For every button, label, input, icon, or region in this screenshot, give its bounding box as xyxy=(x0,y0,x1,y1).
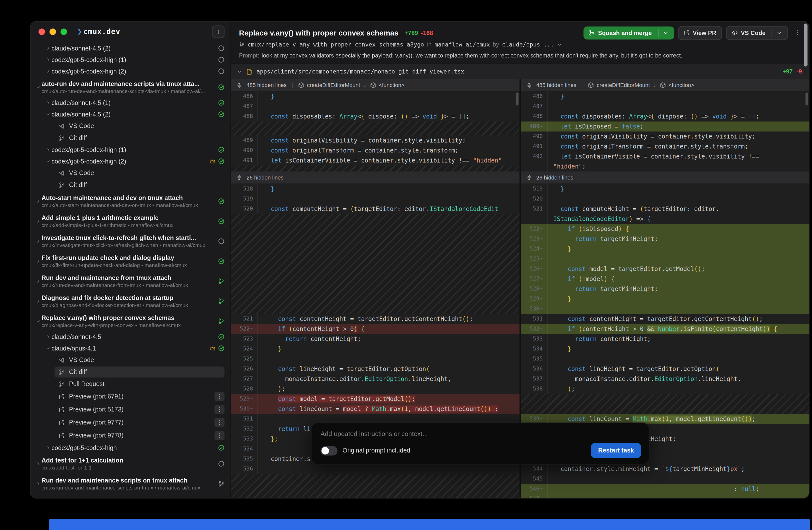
chevron-right-icon[interactable] xyxy=(35,239,41,243)
pane-scrollbar-thumb[interactable] xyxy=(516,92,518,105)
sidebar-item-claude-sonnet-4-5-2[interactable]: claude/sonnet-4.5 (2) xyxy=(30,109,231,120)
close-window-button[interactable] xyxy=(39,28,45,35)
zoom-window-button[interactable] xyxy=(60,28,67,35)
preview-menu-button[interactable] xyxy=(215,405,224,414)
diff-line-523[interactable]: 523 return contentHeight; xyxy=(231,334,519,344)
sidebar-item-vs-code[interactable]: VS Code xyxy=(30,167,231,179)
diff-line-536[interactable]: 536 xyxy=(231,464,519,474)
diff-line-491[interactable]: 491 let isContainerVisible = container.s… xyxy=(231,156,519,166)
chevron-right-icon[interactable] xyxy=(35,461,41,466)
hidden-lines-bar[interactable]: 26 hidden lines xyxy=(521,172,809,184)
diff-line-486[interactable]: 486 } xyxy=(521,91,809,101)
diff-line-528+[interactable]: 528+ return targetMinHeight; xyxy=(521,284,809,294)
sidebar-item-run-dev-and-maintenance-from-tmux-attach[interactable]: Run dev and maintenance from tmux attach… xyxy=(30,271,231,291)
diff-line-489+[interactable]: 489+ let isDisposed = false; xyxy=(521,121,809,131)
squash-and-merge-button[interactable]: Squash and merge xyxy=(583,26,674,39)
sidebar-item-vs-code[interactable]: VS Code xyxy=(30,120,231,132)
diff-line-518[interactable]: 518 } xyxy=(231,184,519,194)
diff-line-531[interactable]: 531 const contentHeight = targetEditor.g… xyxy=(521,314,809,324)
diff-line-488[interactable]: 488 const disposables: Array<{ dispose: … xyxy=(231,112,519,121)
diff-line-wrap[interactable]: "hidden"; xyxy=(521,161,809,172)
diff-line-527+[interactable]: 527+ if (!model) { xyxy=(521,274,809,284)
diff-line-526[interactable]: 526 const lineHeight = targetEditor.getO… xyxy=(231,364,519,374)
diff-line-536[interactable]: 536 const lineHeight = targetEditor.getO… xyxy=(521,364,809,374)
chevron-right-icon[interactable] xyxy=(45,147,51,152)
sidebar-item-auto-start-maintenance-and-dev-on-tmux-a[interactable]: Auto-start maintenance and dev on tmux a… xyxy=(30,191,231,211)
diff-line-535[interactable]: 535 xyxy=(521,354,809,364)
preview-menu-button[interactable] xyxy=(215,418,224,427)
diff-line-521[interactable]: 521 const computeHeight = (targetEditor:… xyxy=(521,204,809,214)
diff-line-529+[interactable]: 529+ } xyxy=(521,294,809,304)
chevron-right-icon[interactable] xyxy=(45,100,51,105)
diff-line-544[interactable]: 544 container.style.minHeight = `${targe… xyxy=(521,464,809,474)
sidebar-item-codex-gpt-5-codex-high-1[interactable]: codex/gpt-5-codex-high (1) xyxy=(30,144,231,156)
chevron-right-icon[interactable] xyxy=(35,279,41,283)
diff-line-522−[interactable]: 522− if (contentHeight > 0) { xyxy=(231,324,519,334)
sidebar-item-auto-run-dev-and-maintenance-scripts-via[interactable]: auto-run dev and maintenance scripts via… xyxy=(30,77,231,97)
diff-line-538[interactable]: 538 ); xyxy=(521,384,809,394)
chevron-right-icon[interactable] xyxy=(35,199,41,203)
new-task-button[interactable]: + xyxy=(212,25,224,38)
diff-line-492[interactable]: 492 let isContainerVisible = container.s… xyxy=(521,152,809,161)
diff-line-524+[interactable]: 524+ } xyxy=(521,244,809,254)
diff-line-528[interactable]: 528 ); xyxy=(231,384,519,394)
header-overflow-menu-button[interactable] xyxy=(792,26,802,39)
diff-line-545[interactable]: 545 xyxy=(521,474,809,484)
sidebar-item-claude-sonnet-4-5[interactable]: claude/sonnet-4.5 xyxy=(30,331,231,343)
diff-line-534[interactable]: 534 } xyxy=(521,344,809,354)
unfold-icon[interactable] xyxy=(526,174,532,181)
chevron-right-icon[interactable] xyxy=(45,57,51,62)
diff-line-486[interactable]: 486 } xyxy=(231,91,519,101)
repo-name[interactable]: manaflow-ai/cmux xyxy=(435,41,490,48)
chevron-right-icon[interactable] xyxy=(45,69,51,73)
hidden-lines-bar[interactable]: 26 hidden lines xyxy=(231,172,519,184)
hidden-lines-bar[interactable]: 485 hidden lines|createDiffEditorMount›<… xyxy=(231,79,519,91)
sidebar-item-add-test-for-1-1-calculation[interactable]: Add test for 1+1 calculationcmux/add-tes… xyxy=(30,454,231,473)
chevron-down-icon[interactable] xyxy=(237,69,242,74)
original-prompt-toggle[interactable] xyxy=(320,446,337,455)
sidebar-item-replace-v-any-with-proper-convex-schemas[interactable]: Replace v.any() with proper convex schem… xyxy=(30,311,231,331)
sidebar-item-codex-gpt-5-codex-high-2[interactable]: codex/gpt-5-codex-high (2) xyxy=(30,66,231,77)
sidebar-item-codex-gpt-5-codex-high[interactable]: codex/gpt-5-codex-high xyxy=(30,442,231,454)
sidebar-item-diagnose-and-fix-docker-detection-at-sta[interactable]: Diagnose and fix docker detection at sta… xyxy=(30,291,231,311)
diff-line-546+[interactable]: 546+ : null; xyxy=(521,484,809,494)
diff-line-520[interactable]: 520 const computeHeight = (targetEditor:… xyxy=(231,204,519,214)
preview-menu-button[interactable] xyxy=(215,431,224,440)
chevron-down-icon[interactable] xyxy=(662,29,669,36)
minimize-window-button[interactable] xyxy=(49,28,56,35)
sidebar-item-claude-opus-4-1[interactable]: claude/opus-4.1 xyxy=(30,343,231,354)
sidebar-item-preview-port-9778[interactable]: Preview (port 9778) xyxy=(30,429,231,442)
hidden-lines-bar[interactable]: 485 hidden lines|createDiffEditorMount›<… xyxy=(521,79,809,91)
chevron-right-icon[interactable] xyxy=(35,299,41,303)
unfold-icon[interactable] xyxy=(236,82,243,88)
sidebar-item-git-diff[interactable]: Git diff xyxy=(30,366,231,378)
diff-line-533[interactable]: 533 return contentHeight; xyxy=(521,334,809,344)
chevron-down-icon[interactable] xyxy=(45,159,51,163)
diff-line-491[interactable]: 491 const originalTransform = container.… xyxy=(521,142,809,152)
unfold-icon[interactable] xyxy=(526,82,532,88)
diff-line-532+[interactable]: 532+ if (contentHeight > 0 && Number.isF… xyxy=(521,324,809,334)
diff-line-521[interactable]: 521 const contentHeight = targetEditor.g… xyxy=(231,314,519,324)
diff-line-487[interactable]: 487 xyxy=(231,101,519,112)
sidebar-item-fix-first-run-update-check-and-dialog-di[interactable]: Fix first-run update check and dialog di… xyxy=(30,251,231,271)
chevron-right-icon[interactable] xyxy=(45,46,51,51)
chevron-down-icon[interactable] xyxy=(776,29,783,36)
instructions-input[interactable]: Add updated instructions or context... xyxy=(320,430,641,438)
diff-line-530−[interactable]: 530− const lineCount = model ? Math.max(… xyxy=(231,404,519,414)
unfold-icon[interactable] xyxy=(236,174,243,181)
agent-name[interactable]: claude/opus-... xyxy=(502,41,554,48)
diff-line-489[interactable]: 489 const originalVisibility = container… xyxy=(231,135,519,145)
diff-line-488[interactable]: 488 const disposables: Array<{ dispose: … xyxy=(521,112,809,121)
diff-line-525[interactable]: 525 xyxy=(231,354,519,364)
window-scrollbar-thumb[interactable] xyxy=(804,24,808,67)
sidebar-item-preview-port-6791[interactable]: Preview (port 6791) xyxy=(30,390,231,403)
sidebar-item-investigate-tmux-click-to-refresh-glitch[interactable]: Investigate tmux click-to-refresh glitch… xyxy=(30,231,231,251)
diff-line-526+[interactable]: 526+ const model = targetEditor.getModel… xyxy=(521,264,809,274)
file-header-bar[interactable]: apps/client/src/components/monaco/monaco… xyxy=(231,63,809,79)
chevron-down-icon[interactable] xyxy=(45,112,51,116)
chevron-right-icon[interactable] xyxy=(45,445,51,450)
diff-line-520[interactable]: 520 xyxy=(521,194,809,204)
sidebar-item-preview-port-5173[interactable]: Preview (port 5173) xyxy=(30,403,231,416)
diff-line-527[interactable]: 527 monacoInstance.editor.EditorOption.l… xyxy=(231,374,519,384)
chevron-right-icon[interactable] xyxy=(35,259,41,263)
